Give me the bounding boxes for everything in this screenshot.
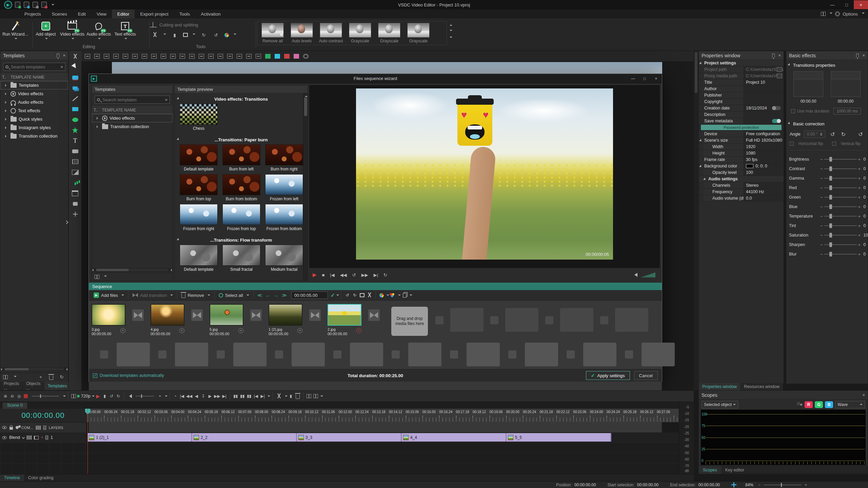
horizontal-flip-checkbox[interactable] [790, 142, 794, 146]
menu-item[interactable]: View [91, 9, 112, 18]
empty-media-slot[interactable] [350, 343, 383, 366]
decrease-icon[interactable]: − [820, 242, 823, 247]
transition-slot[interactable] [508, 350, 516, 359]
scene-tab[interactable]: Scene 0 [2, 402, 28, 409]
transition-out-thumbnail[interactable] [831, 71, 861, 97]
template-item[interactable]: Medium fractal [263, 245, 305, 272]
scroll-left-icon[interactable] [93, 269, 95, 271]
clip-duration-field[interactable]: 00:00:05.00 [291, 291, 328, 299]
dock-tab[interactable]: Resources window [741, 383, 783, 390]
expand-caret-icon[interactable] [5, 126, 8, 129]
play-button[interactable]: ▶ [313, 272, 317, 278]
cut-caret-icon[interactable] [163, 34, 166, 36]
cut-icon[interactable] [104, 54, 109, 59]
timeline-zoom-slider[interactable] [32, 396, 59, 396]
maximize-button[interactable]: □ [840, 0, 854, 9]
export-video-icon[interactable] [41, 2, 47, 8]
quick-style-item[interactable]: × Grayscale [404, 23, 433, 43]
cut-tool-icon[interactable] [72, 53, 79, 60]
template-item[interactable]: Frozen from bottom [263, 204, 305, 231]
group-icon[interactable] [246, 54, 252, 59]
quality-caret-icon[interactable] [92, 395, 95, 398]
type-column-header[interactable]: T.. [0, 75, 8, 80]
move-first-button[interactable]: ≪ [256, 292, 264, 298]
increase-icon[interactable]: + [858, 185, 861, 190]
scroll-left-icon[interactable] [1, 368, 4, 371]
menu-item[interactable]: Edit [73, 9, 91, 18]
quick-style-item[interactable]: × Grayscale [346, 23, 375, 43]
template-item[interactable]: Frozen from top [220, 204, 263, 231]
expand-caret-icon[interactable] [5, 109, 8, 112]
align-center-icon[interactable] [161, 54, 166, 59]
timeline-clip[interactable]: 1 (2)_1 [87, 433, 192, 442]
quick-access-caret-icon[interactable] [52, 4, 54, 7]
quick-style-more-icon[interactable] [450, 37, 452, 39]
rotate-ccw-icon[interactable]: ↺ [343, 292, 351, 299]
property-row[interactable]: Password protection Password protection [699, 124, 784, 131]
slider-track[interactable] [824, 168, 857, 169]
refresh-preview-button[interactable]: ↻ [383, 272, 387, 278]
refresh-icon[interactable]: ↻ [58, 373, 65, 381]
undo-icon[interactable]: ↺ [108, 392, 115, 400]
chart-tool-icon[interactable] [72, 179, 79, 186]
browse-path-icon[interactable] [777, 67, 782, 72]
quick-style-scroll-up-icon[interactable] [450, 23, 452, 26]
sequence-clip[interactable]: 5.jpg00:00:05.00 × [210, 304, 243, 336]
template-tree-item[interactable]: Templates [0, 81, 68, 89]
vertical-flip-checkbox[interactable] [832, 142, 836, 146]
panel-tab[interactable]: Objects ... [23, 382, 44, 390]
increase-icon[interactable]: + [858, 195, 861, 200]
increase-icon[interactable]: + [858, 204, 861, 209]
decrease-icon[interactable]: − [820, 195, 823, 200]
frame-preview-icon[interactable]: ▮ [101, 392, 108, 400]
slider-thumb[interactable] [829, 204, 832, 209]
close-panel-icon[interactable]: × [778, 53, 781, 58]
cancel-button[interactable]: Cancel [634, 371, 658, 380]
empty-media-slot[interactable] [233, 343, 267, 366]
move-left-button[interactable]: ← [264, 292, 272, 298]
property-row[interactable]: Save metadata Save metadata [699, 118, 784, 124]
Add object[interactable]: + FX Add object [33, 20, 59, 41]
empty-media-slot[interactable] [117, 343, 150, 366]
template-item[interactable]: Burn from right [263, 144, 305, 171]
move-right-button[interactable]: → [272, 292, 280, 298]
add-transition-button[interactable]: Add transition [131, 293, 175, 298]
empty-media-slot[interactable] [525, 343, 558, 366]
decrease-icon[interactable]: − [820, 214, 823, 219]
scope-source-select[interactable]: Selected object [702, 401, 738, 408]
tooltip-tool-icon[interactable] [72, 147, 79, 155]
go-first-frame-icon[interactable]: |◀ [179, 392, 185, 400]
empty-media-slot[interactable] [560, 308, 593, 332]
transition-slot[interactable] [158, 350, 166, 359]
drag-drop-target[interactable]: Drag and dropmedia files here [391, 307, 428, 336]
angle-up-icon[interactable] [820, 132, 822, 134]
Video effects[interactable]: FX Video effects [59, 20, 85, 41]
property-row[interactable]: Project path C:\Users\kolaz\Docum Projec… [699, 66, 784, 73]
cut-clip-icon[interactable] [275, 392, 283, 400]
toggle-switch[interactable] [772, 119, 781, 123]
template-item[interactable]: Chess [177, 104, 220, 131]
transition-slot[interactable] [435, 316, 443, 324]
remove-clip-icon[interactable]: × [297, 328, 302, 333]
template-tree-item[interactable]: Text effects [0, 106, 68, 115]
expand-caret-icon[interactable] [5, 135, 8, 138]
decrease-icon[interactable]: − [820, 166, 823, 171]
timeline-clip[interactable]: 2_2 [192, 433, 297, 442]
increase-icon[interactable]: + [858, 242, 861, 247]
camera-tool-icon[interactable] [72, 200, 79, 207]
scope-options-icon[interactable] [797, 402, 803, 407]
template-tree-item[interactable]: Transition collection [0, 132, 68, 140]
view-mode-icon[interactable] [3, 375, 8, 379]
scene-settings-icon[interactable] [303, 54, 309, 59]
record-icon[interactable] [22, 392, 29, 400]
movement-tool-icon[interactable] [72, 210, 79, 218]
mute-icon[interactable] [126, 392, 133, 400]
remove-button[interactable]: Remove [179, 292, 212, 298]
quick-style-item[interactable]: × Auto levels [287, 23, 316, 43]
empty-media-slot[interactable] [175, 343, 208, 366]
sequence-clip[interactable]: 2.jpg00:00:05.00 × [328, 304, 361, 336]
markers-caret-icon[interactable] [268, 395, 270, 398]
zoom-in-icon[interactable]: ⊕ [2, 392, 9, 400]
sprite-tool-icon[interactable] [72, 74, 79, 81]
view-mode-caret-icon[interactable] [14, 376, 17, 379]
